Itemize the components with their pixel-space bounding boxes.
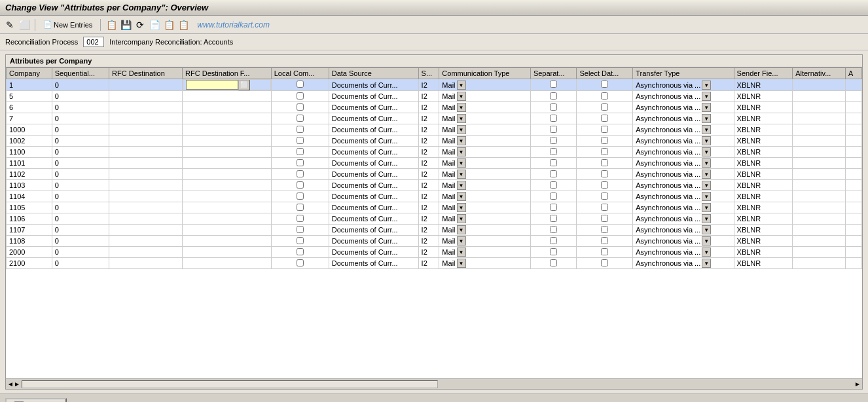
table-cell[interactable] [271,91,329,102]
table-row[interactable]: 50Documents of Curr...I2Mail▼Asynchronou… [7,91,862,102]
table-cell[interactable] [530,124,577,136]
toolbar-icon-5[interactable]: 📋 [163,19,175,31]
commtype-dropdown[interactable]: ▼ [457,225,466,234]
table-row[interactable]: 11000Documents of Curr...I2Mail▼Asynchro… [7,147,862,158]
scroll-right-end[interactable]: ► [854,380,861,388]
transfer-dropdown[interactable]: ▼ [702,192,711,201]
table-row[interactable]: 11030Documents of Curr...I2Mail▼Asynchro… [7,180,862,191]
commtype-dropdown[interactable]: ▼ [457,247,466,257]
table-row[interactable]: 10⬜Documents of Curr...I2Mail▼Asynchrono… [7,79,862,91]
commtype-dropdown[interactable]: ▼ [457,81,466,90]
table-cell[interactable] [577,158,633,169]
transfer-dropdown[interactable]: ▼ [702,247,711,257]
toolbar-icon-edit[interactable]: ✎ [4,19,16,31]
table-row[interactable]: 11010Documents of Curr...I2Mail▼Asynchro… [7,158,862,169]
table-cell[interactable] [271,236,329,247]
new-entries-button[interactable]: 📄 New Entries [40,19,96,30]
toolbar-icon-1[interactable]: 📋 [105,19,117,31]
transfer-dropdown[interactable]: ▼ [702,103,711,112]
rfc-dest-btn[interactable]: ⬜ [238,80,250,90]
table-cell[interactable] [577,113,633,124]
table-row[interactable]: 10020Documents of Curr...I2Mail▼Asynchro… [7,136,862,147]
table-cell[interactable] [530,202,577,213]
commtype-dropdown[interactable]: ▼ [457,136,466,145]
table-cell[interactable] [530,247,577,258]
table-cell[interactable] [530,180,577,191]
table-cell[interactable] [577,79,633,91]
toolbar-icon-3[interactable]: ⟳ [134,19,146,31]
table-cell[interactable] [530,91,577,102]
table-cell[interactable] [577,258,633,269]
table-cell[interactable] [530,102,577,113]
table-cell[interactable] [271,136,329,147]
table-cell[interactable] [577,225,633,236]
transfer-dropdown[interactable]: ▼ [702,92,711,101]
commtype-dropdown[interactable]: ▼ [457,147,466,156]
commtype-dropdown[interactable]: ▼ [457,125,466,134]
table-cell[interactable] [271,258,329,269]
transfer-dropdown[interactable]: ▼ [702,114,711,123]
table-row[interactable]: 11040Documents of Curr...I2Mail▼Asynchro… [7,191,862,202]
table-cell[interactable] [530,236,577,247]
commtype-dropdown[interactable]: ▼ [457,259,466,268]
table-row[interactable]: 11070Documents of Curr...I2Mail▼Asynchro… [7,225,862,236]
commtype-dropdown[interactable]: ▼ [457,158,466,168]
table-cell[interactable] [271,247,329,258]
commtype-dropdown[interactable]: ▼ [457,192,466,201]
position-button[interactable]: ▦ Position... [5,398,67,403]
transfer-dropdown[interactable]: ▼ [702,203,711,212]
scroll-left-icon[interactable]: ◄ [7,380,14,388]
transfer-dropdown[interactable]: ▼ [702,125,711,134]
commtype-dropdown[interactable]: ▼ [457,181,466,190]
table-cell[interactable] [577,236,633,247]
table-row[interactable]: 11080Documents of Curr...I2Mail▼Asynchro… [7,236,862,247]
table-cell[interactable] [577,191,633,202]
transfer-dropdown[interactable]: ▼ [702,236,711,246]
table-cell[interactable] [530,79,577,91]
transfer-dropdown[interactable]: ▼ [702,225,711,234]
table-row[interactable]: 11050Documents of Curr...I2Mail▼Asynchro… [7,202,862,213]
commtype-dropdown[interactable]: ▼ [457,214,466,223]
transfer-dropdown[interactable]: ▼ [702,81,711,90]
table-row[interactable]: 21000Documents of Curr...I2Mail▼Asynchro… [7,258,862,269]
commtype-dropdown[interactable]: ▼ [457,236,466,246]
table-cell[interactable] [271,158,329,169]
table-cell[interactable] [271,180,329,191]
toolbar-icon-display[interactable]: ⬜ [18,19,30,31]
table-cell[interactable] [530,258,577,269]
table-cell[interactable] [530,213,577,225]
commtype-dropdown[interactable]: ▼ [457,92,466,101]
table-cell[interactable] [271,113,329,124]
table-row[interactable]: 11020Documents of Curr...I2Mail▼Asynchro… [7,169,862,180]
table-cell[interactable] [530,113,577,124]
table-cell[interactable] [577,247,633,258]
commtype-dropdown[interactable]: ▼ [457,103,466,112]
table-cell[interactable] [577,180,633,191]
table-cell[interactable] [577,91,633,102]
table-cell[interactable] [271,202,329,213]
scroll-right-icon[interactable]: ► [14,380,20,388]
commtype-dropdown[interactable]: ▼ [457,114,466,123]
table-cell[interactable] [271,79,329,91]
table-cell[interactable] [577,102,633,113]
transfer-dropdown[interactable]: ▼ [702,259,711,268]
transfer-dropdown[interactable]: ▼ [702,170,711,179]
table-row[interactable]: 60Documents of Curr...I2Mail▼Asynchronou… [7,102,862,113]
table-cell[interactable] [530,191,577,202]
table-cell[interactable] [577,124,633,136]
transfer-dropdown[interactable]: ▼ [702,147,711,156]
toolbar-icon-4[interactable]: 📄 [149,19,160,31]
commtype-dropdown[interactable]: ▼ [457,170,466,179]
toolbar-icon-6[interactable]: 📋 [177,19,189,31]
table-cell[interactable] [271,225,329,236]
transfer-dropdown[interactable]: ▼ [702,136,711,145]
table-cell[interactable] [271,191,329,202]
table-cell[interactable] [577,213,633,225]
table-cell[interactable] [577,202,633,213]
table-cell[interactable] [271,102,329,113]
rfc-dest-f-input[interactable] [186,80,238,90]
table-cell[interactable] [577,136,633,147]
table-cell[interactable] [271,147,329,158]
table-cell[interactable] [271,213,329,225]
commtype-dropdown[interactable]: ▼ [457,203,466,212]
